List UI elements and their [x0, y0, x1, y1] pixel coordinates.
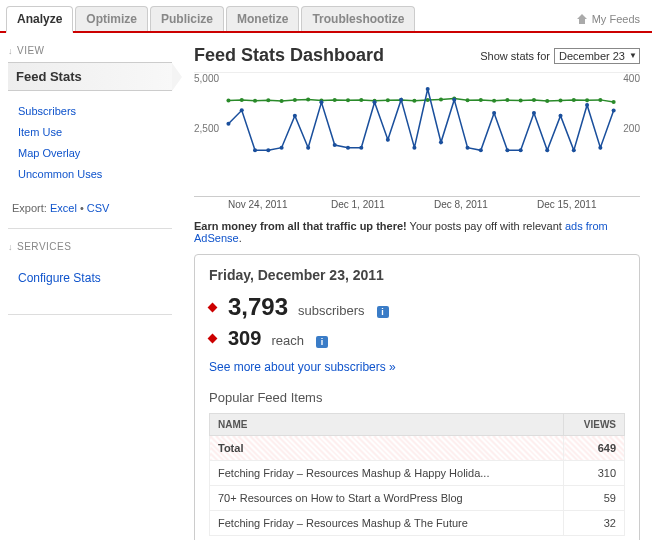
sidebar-feed-stats[interactable]: Feed Stats: [8, 62, 172, 91]
svg-point-33: [266, 148, 270, 152]
show-stats-label: Show stats for: [480, 50, 550, 62]
stats-box: Friday, December 23, 2011 3,793 subscrib…: [194, 254, 640, 540]
yleft-5000: 5,000: [194, 73, 219, 84]
svg-point-39: [346, 146, 350, 150]
export-row: Export: Excel • CSV: [8, 198, 172, 229]
item-views: 310: [564, 461, 625, 486]
svg-point-9: [346, 98, 350, 102]
sidebar-link-uncommon-uses[interactable]: Uncommon Uses: [18, 168, 102, 180]
services-section-head: SERVICES: [8, 241, 172, 252]
export-csv-link[interactable]: CSV: [87, 202, 110, 214]
svg-point-12: [386, 98, 390, 102]
sidebar-link-subscribers[interactable]: Subscribers: [18, 105, 76, 117]
svg-point-8: [333, 98, 337, 102]
svg-point-51: [505, 148, 509, 152]
chart-xaxis: Nov 24, 2011 Dec 1, 2011 Dec 8, 2011 Dec…: [194, 196, 640, 210]
info-icon[interactable]: i: [377, 306, 389, 318]
svg-point-26: [572, 98, 576, 102]
svg-point-10: [359, 98, 363, 102]
svg-point-58: [598, 146, 602, 150]
item-name: Total: [210, 436, 564, 461]
page-title: Feed Stats Dashboard: [194, 45, 384, 66]
svg-point-29: [612, 100, 616, 104]
item-name: Fetching Friday – Resources Mashup & Hap…: [210, 461, 564, 486]
svg-point-46: [439, 140, 443, 144]
popular-items-head: Popular Feed Items: [209, 390, 625, 405]
svg-point-23: [532, 98, 536, 102]
svg-point-52: [519, 148, 523, 152]
tab-troubleshootize[interactable]: Troubleshootize: [301, 6, 415, 31]
my-feeds-label: My Feeds: [592, 13, 640, 25]
svg-point-53: [532, 111, 536, 115]
svg-point-18: [466, 98, 470, 102]
svg-point-41: [373, 100, 377, 104]
table-row[interactable]: Total649: [210, 436, 625, 461]
svg-point-24: [545, 99, 549, 103]
diamond-icon: [208, 302, 218, 312]
sidebar-link-configure[interactable]: Configure Stats: [18, 271, 101, 285]
diamond-icon: [208, 334, 218, 344]
svg-point-2: [253, 99, 257, 103]
main-content: Feed Stats Dashboard Show stats for Dece…: [180, 33, 652, 540]
stats-chart: 5,000 2,500 400 200: [194, 72, 640, 192]
tab-analyze[interactable]: Analyze: [6, 6, 73, 33]
tab-publicize[interactable]: Publicize: [150, 6, 224, 31]
svg-point-22: [519, 99, 523, 103]
yright-400: 400: [623, 73, 640, 84]
item-views: 32: [564, 511, 625, 536]
sidebar: VIEW Feed Stats Subscribers Item Use Map…: [0, 33, 180, 540]
svg-point-57: [585, 103, 589, 107]
svg-point-4: [280, 99, 284, 103]
svg-point-14: [412, 99, 416, 103]
subscribers-label: subscribers: [298, 303, 364, 318]
stats-date: Friday, December 23, 2011: [209, 267, 625, 283]
svg-point-48: [466, 146, 470, 150]
svg-point-21: [505, 98, 509, 102]
svg-point-3: [266, 98, 270, 102]
see-more-link[interactable]: See more about your subscribers »: [209, 360, 396, 374]
svg-point-55: [558, 114, 562, 118]
reach-number: 309: [228, 327, 261, 350]
item-name: 70+ Resources on How to Start a WordPres…: [210, 486, 564, 511]
svg-point-42: [386, 138, 390, 142]
svg-point-6: [306, 97, 310, 101]
item-name: Fetching Friday – Resources Mashup & The…: [210, 511, 564, 536]
tab-monetize[interactable]: Monetize: [226, 6, 299, 31]
date-select[interactable]: December 23: [554, 48, 640, 64]
yleft-2500: 2,500: [194, 123, 219, 134]
table-row[interactable]: Fetching Friday – Resources Mashup & The…: [210, 511, 625, 536]
svg-point-20: [492, 99, 496, 103]
popular-items-table: NAME VIEWS Total649Fetching Friday – Res…: [209, 413, 625, 536]
yright-200: 200: [623, 123, 640, 134]
svg-point-50: [492, 111, 496, 115]
home-icon: [576, 13, 588, 25]
subscribers-number: 3,793: [228, 293, 288, 321]
svg-point-30: [226, 122, 230, 126]
export-excel-link[interactable]: Excel: [50, 202, 77, 214]
svg-point-56: [572, 148, 576, 152]
svg-point-44: [412, 146, 416, 150]
svg-point-15: [426, 98, 430, 102]
sidebar-link-map-overlay[interactable]: Map Overlay: [18, 147, 80, 159]
svg-point-35: [293, 114, 297, 118]
svg-point-47: [452, 98, 456, 102]
reach-label: reach: [271, 333, 304, 348]
sidebar-link-item-use[interactable]: Item Use: [18, 126, 62, 138]
my-feeds-link[interactable]: My Feeds: [570, 7, 646, 31]
svg-point-43: [399, 98, 403, 102]
svg-point-49: [479, 148, 483, 152]
svg-point-19: [479, 98, 483, 102]
svg-point-28: [598, 98, 602, 102]
main-tabs: Analyze Optimize Publicize Monetize Trou…: [0, 0, 652, 33]
svg-point-37: [319, 100, 323, 104]
svg-point-25: [558, 99, 562, 103]
table-row[interactable]: 70+ Resources on How to Start a WordPres…: [210, 486, 625, 511]
earn-banner: Earn money from all that traffic up ther…: [194, 220, 640, 244]
tab-optimize[interactable]: Optimize: [75, 6, 148, 31]
svg-point-40: [359, 146, 363, 150]
svg-point-32: [253, 148, 257, 152]
table-row[interactable]: Fetching Friday – Resources Mashup & Hap…: [210, 461, 625, 486]
info-icon[interactable]: i: [316, 336, 328, 348]
view-section-head: VIEW: [8, 45, 172, 56]
svg-point-45: [426, 87, 430, 91]
